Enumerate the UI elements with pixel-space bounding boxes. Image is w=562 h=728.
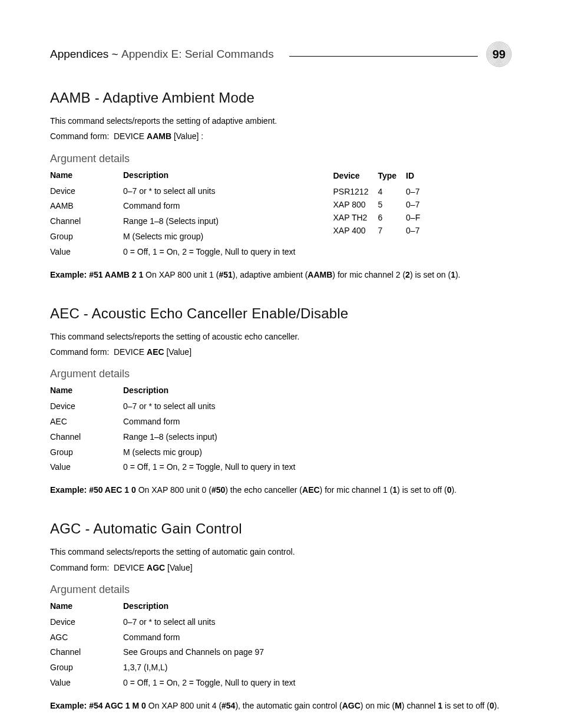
example-text: ), adaptive ambient ( <box>233 270 308 279</box>
command-section: AEC - Acoustic Echo Canceller Enable/Dis… <box>50 305 512 498</box>
table-row: Device0–7 or * to select all units <box>50 399 310 414</box>
breadcrumb-light: Appendix E: Serial Commands <box>121 48 274 60</box>
table-row: Device0–7 or * to select all units <box>50 184 310 199</box>
arg-desc: 0–7 or * to select all units <box>123 615 310 630</box>
arg-name: Device <box>50 399 123 414</box>
example-text: ), the automatic gain control ( <box>235 701 342 710</box>
example-text: is set to off ( <box>442 701 490 710</box>
argument-block: NameDescriptionDevice0–7 or * to select … <box>50 167 512 260</box>
example-bold: #51 <box>219 270 232 279</box>
arg-desc: 0 = Off, 1 = On, 2 = Toggle, Null to que… <box>123 676 310 691</box>
device-name: XAP 400 <box>333 225 378 238</box>
example-bold: #50 <box>211 485 225 495</box>
argument-table: NameDescriptionDevice0–7 or * to select … <box>50 598 310 691</box>
example-text: ) is set to off ( <box>397 485 447 495</box>
col-name: Name <box>50 383 123 399</box>
table-row: Value0 = Off, 1 = On, 2 = Toggle, Null t… <box>50 676 310 691</box>
example-lead: Example: <box>50 270 89 279</box>
arg-desc: M (selects mic group) <box>123 445 310 460</box>
example-text: On XAP 800 unit 4 ( <box>146 701 222 710</box>
col-desc: Description <box>123 598 310 615</box>
page-number: 99 <box>486 41 512 67</box>
example-command: #54 AGC 1 M 0 <box>89 701 146 710</box>
command-intro: This command selects/reports the setting… <box>50 114 512 127</box>
device-type: 4 <box>378 186 406 199</box>
table-row: XAP 80050–7 <box>333 199 430 212</box>
command-form-pre: DEVICE <box>114 563 147 572</box>
command-form-keyword: AGC <box>147 563 165 572</box>
arg-name: Device <box>50 184 123 199</box>
command-form-keyword: AAMB <box>147 131 171 141</box>
arg-desc: 0 = Off, 1 = On, 2 = Toggle, Null to que… <box>123 245 310 260</box>
command-form: Command form:DEVICE AGC [Value] <box>50 561 512 574</box>
example-bold: M <box>395 701 402 710</box>
col-type: Type <box>378 169 406 186</box>
table-row: Group1,3,7 (I,M,L) <box>50 660 310 676</box>
device-id: 0–F <box>406 212 429 225</box>
example-bold: 1 <box>392 485 397 495</box>
example: Example: #51 AAMB 2 1 On XAP 800 unit 1 … <box>50 268 512 282</box>
example-bold: 1 <box>451 270 455 279</box>
command-form-pre: DEVICE <box>114 347 147 357</box>
arg-desc: Range 1–8 (Selects input) <box>123 214 310 229</box>
table-row: Device0–7 or * to select all units <box>50 615 310 630</box>
table-row: AAMBCommand form <box>50 199 310 214</box>
arg-desc: 0 = Off, 1 = On, 2 = Toggle, Null to que… <box>123 460 310 475</box>
arg-name: Group <box>50 445 123 460</box>
argument-table: NameDescriptionDevice0–7 or * to select … <box>50 383 310 475</box>
command-form: Command form:DEVICE AEC [Value] <box>50 345 512 358</box>
arg-name: Channel <box>50 430 123 445</box>
example-text: ) is set on ( <box>410 270 451 279</box>
table-row: Value0 = Off, 1 = On, 2 = Toggle, Null t… <box>50 460 310 475</box>
example-bold: 0 <box>490 701 494 710</box>
example-lead: Example: <box>50 701 89 710</box>
arg-desc: Command form <box>123 630 310 645</box>
device-type: 5 <box>378 199 406 212</box>
example-text: On XAP 800 unit 0 ( <box>136 485 211 495</box>
arg-name: Channel <box>50 645 123 660</box>
command-form-label: Command form: <box>50 561 114 574</box>
command-section: AGC - Automatic Gain ControlThis command… <box>50 521 512 713</box>
arg-name: AEC <box>50 414 123 430</box>
command-title: AAMB - Adaptive Ambient Mode <box>50 90 512 106</box>
table-row: ChannelRange 1–8 (Selects input) <box>50 214 310 229</box>
command-form-post: [Value] <box>165 563 192 572</box>
argument-details-heading: Argument details <box>50 368 512 380</box>
command-title: AGC - Automatic Gain Control <box>50 521 512 537</box>
table-row: Value0 = Off, 1 = On, 2 = Toggle, Null t… <box>50 245 310 260</box>
command-intro: This command selects/reports the setting… <box>50 330 512 343</box>
example-text: ) channel <box>402 701 438 710</box>
example-bold: 1 <box>438 701 442 710</box>
arg-desc: 1,3,7 (I,M,L) <box>123 660 310 676</box>
device-id: 0–7 <box>406 199 429 212</box>
arg-name: Value <box>50 245 123 260</box>
example-bold: AEC <box>302 485 320 495</box>
page-header: Appendices ~ Appendix E: Serial Commands… <box>50 41 512 67</box>
breadcrumb-strong: Appendices ~ <box>50 48 121 60</box>
breadcrumb: Appendices ~ Appendix E: Serial Commands <box>50 48 274 61</box>
device-table: DeviceTypeIDPSR121240–7XAP 80050–7XAP TH… <box>333 169 430 237</box>
arg-name: AAMB <box>50 199 123 214</box>
example-text: ) for mic channel 1 ( <box>320 485 393 495</box>
page-number-badge: 99 <box>486 41 512 67</box>
arg-desc: Command form <box>123 414 310 430</box>
command-form-post: [Value] : <box>171 131 203 141</box>
arg-desc: See Groups and Channels on page 97 <box>123 645 310 660</box>
table-row: PSR121240–7 <box>333 186 430 199</box>
example-text: ) the echo canceller ( <box>225 485 302 495</box>
example: Example: #50 AEC 1 0 On XAP 800 unit 0 (… <box>50 483 512 497</box>
device-id: 0–7 <box>406 225 429 238</box>
argument-block: NameDescriptionDevice0–7 or * to select … <box>50 598 512 691</box>
example-text: ). <box>455 270 461 279</box>
arg-name: Device <box>50 615 123 630</box>
command-form-post: [Value] <box>164 347 191 357</box>
arg-name: Value <box>50 676 123 691</box>
command-form-label: Command form: <box>50 345 114 358</box>
example-bold: #54 <box>222 701 235 710</box>
device-name: XAP TH2 <box>333 212 378 225</box>
example-lead: Example: <box>50 485 89 495</box>
command-title: AEC - Acoustic Echo Canceller Enable/Dis… <box>50 305 512 322</box>
arg-desc: 0–7 or * to select all units <box>123 399 310 414</box>
table-row: ChannelSee Groups and Channels on page 9… <box>50 645 310 660</box>
device-name: XAP 800 <box>333 199 378 212</box>
